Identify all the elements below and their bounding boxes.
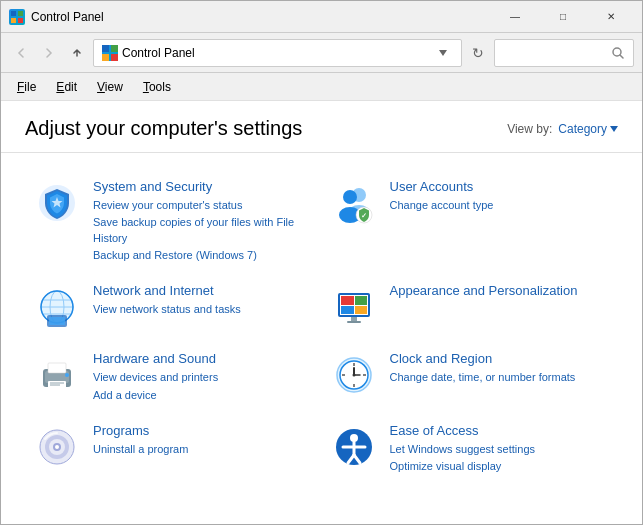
svg-rect-2 [11,18,16,23]
svg-text:✓: ✓ [361,212,367,219]
forward-button[interactable] [37,41,61,65]
hardware-sound-text: Hardware and Sound View devices and prin… [93,351,218,403]
app-icon [9,9,25,25]
view-by-control: View by: Category [507,122,618,136]
clock-region-text: Clock and Region Change date, time, or n… [390,351,576,385]
svg-rect-31 [351,317,357,321]
view-by-label: View by: [507,122,552,136]
address-bar: Control Panel ↻ [1,33,642,73]
path-icon [102,45,118,61]
category-user-accounts[interactable]: ✓ User Accounts Change account type [322,169,619,273]
category-programs[interactable]: Programs Uninstall a program [25,413,322,485]
programs-title[interactable]: Programs [93,423,188,440]
programs-text: Programs Uninstall a program [93,423,188,457]
system-security-icon [33,179,81,227]
view-by-dropdown[interactable]: Category [558,122,618,136]
address-text: Control Panel [122,46,429,60]
menu-view[interactable]: View [89,76,131,98]
clock-region-link1[interactable]: Change date, time, or number formats [390,370,576,385]
system-security-link3[interactable]: Backup and Restore (Windows 7) [93,248,314,263]
svg-rect-35 [48,363,66,373]
clock-region-title[interactable]: Clock and Region [390,351,576,368]
svg-rect-4 [102,45,109,52]
user-accounts-title[interactable]: User Accounts [390,179,494,196]
appearance-text: Appearance and Personalization [390,283,578,300]
svg-rect-5 [111,45,118,52]
maximize-button[interactable]: □ [540,2,586,32]
ease-of-access-text: Ease of Access Let Windows suggest setti… [390,423,536,475]
svg-point-48 [352,374,355,377]
search-box[interactable] [494,39,634,67]
svg-rect-27 [341,296,354,305]
system-security-text: System and Security Review your computer… [93,179,314,263]
refresh-button[interactable]: ↻ [466,41,490,65]
hardware-sound-title[interactable]: Hardware and Sound [93,351,218,368]
hardware-sound-icon [33,351,81,399]
window-title: Control Panel [31,10,492,24]
minimize-button[interactable]: — [492,2,538,32]
address-path-box[interactable]: Control Panel [93,39,462,67]
user-accounts-text: User Accounts Change account type [390,179,494,213]
search-input[interactable] [501,46,610,60]
svg-rect-6 [102,54,109,61]
category-system-security[interactable]: System and Security Review your computer… [25,169,322,273]
svg-line-9 [620,55,623,58]
back-button[interactable] [9,41,33,65]
svg-rect-3 [18,18,23,23]
user-accounts-icon: ✓ [330,179,378,227]
network-internet-title[interactable]: Network and Internet [93,283,241,300]
menu-edit[interactable]: Edit [48,76,85,98]
network-internet-link1[interactable]: View network status and tasks [93,302,241,317]
network-internet-icon [33,283,81,331]
system-security-link2[interactable]: Save backup copies of your files with Fi… [93,215,314,246]
svg-rect-7 [111,54,118,61]
svg-rect-29 [341,306,354,314]
system-security-link1[interactable]: Review your computer's status [93,198,314,213]
category-network-internet[interactable]: Network and Internet View network status… [25,273,322,341]
hardware-sound-link2[interactable]: Add a device [93,388,218,403]
svg-point-39 [65,373,69,377]
svg-rect-24 [49,317,65,325]
programs-link1[interactable]: Uninstall a program [93,442,188,457]
title-bar: Control Panel — □ ✕ [1,1,642,33]
programs-icon [33,423,81,471]
ease-of-access-icon [330,423,378,471]
up-button[interactable] [65,41,89,65]
svg-point-13 [343,190,357,204]
menu-tools[interactable]: Tools [135,76,179,98]
clock-region-icon [330,351,378,399]
menu-bar: File Edit View Tools [1,73,642,101]
categories-grid: System and Security Review your computer… [1,153,642,501]
menu-file[interactable]: File [9,76,44,98]
category-ease-of-access[interactable]: Ease of Access Let Windows suggest setti… [322,413,619,485]
content-header: Adjust your computer's settings View by:… [1,101,642,153]
system-security-title[interactable]: System and Security [93,179,314,196]
network-internet-text: Network and Internet View network status… [93,283,241,317]
ease-of-access-link2[interactable]: Optimize visual display [390,459,536,474]
svg-rect-1 [18,11,23,16]
close-button[interactable]: ✕ [588,2,634,32]
search-button[interactable] [610,43,627,63]
appearance-title[interactable]: Appearance and Personalization [390,283,578,300]
main-content: Adjust your computer's settings View by:… [1,101,642,524]
category-clock-region[interactable]: Clock and Region Change date, time, or n… [322,341,619,413]
main-window: Control Panel — □ ✕ Cont [0,0,643,525]
window-controls: — □ ✕ [492,2,634,32]
category-appearance[interactable]: Appearance and Personalization [322,273,619,341]
hardware-sound-link1[interactable]: View devices and printers [93,370,218,385]
svg-rect-0 [11,11,16,16]
address-dropdown-button[interactable] [433,41,453,65]
page-title: Adjust your computer's settings [25,117,302,140]
view-by-value-text: Category [558,122,607,136]
ease-of-access-link1[interactable]: Let Windows suggest settings [390,442,536,457]
svg-rect-30 [355,306,367,314]
svg-point-53 [55,445,59,449]
svg-rect-32 [347,321,361,323]
category-hardware-sound[interactable]: Hardware and Sound View devices and prin… [25,341,322,413]
svg-rect-28 [355,296,367,305]
appearance-icon [330,283,378,331]
ease-of-access-title[interactable]: Ease of Access [390,423,536,440]
user-accounts-link1[interactable]: Change account type [390,198,494,213]
